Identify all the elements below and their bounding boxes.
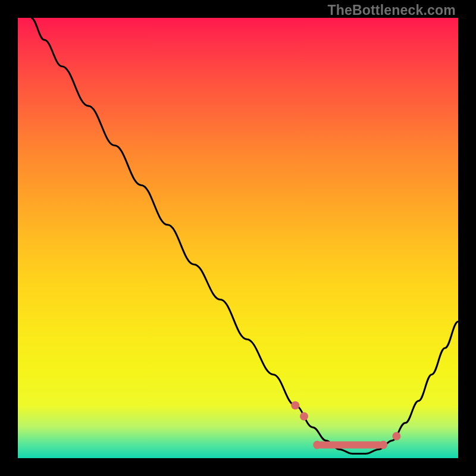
- marker-dot: [291, 401, 299, 409]
- marker-dot: [392, 432, 400, 440]
- curve-markers: [291, 401, 400, 449]
- marker-dot: [379, 441, 387, 449]
- marker-dot: [300, 412, 308, 421]
- chart-stage: TheBottleneck.com: [0, 0, 476, 476]
- watermark-text: TheBottleneck.com: [327, 2, 456, 18]
- chart-svg: [18, 18, 458, 458]
- marker-pill: [317, 441, 383, 449]
- bottleneck-curve: [31, 18, 458, 454]
- plot-area: [18, 18, 458, 458]
- marker-dot: [313, 441, 321, 449]
